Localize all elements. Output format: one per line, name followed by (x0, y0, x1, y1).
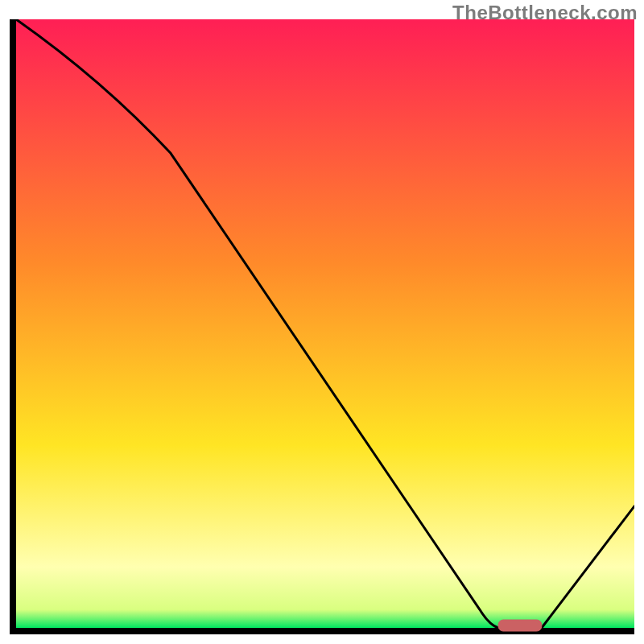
gradient-rect (16, 19, 634, 628)
chart-canvas: TheBottleneck.com (0, 0, 644, 644)
optimum-marker (498, 620, 542, 631)
plot-svg (10, 19, 634, 634)
y-axis (10, 19, 16, 634)
plot-frame (10, 19, 634, 634)
